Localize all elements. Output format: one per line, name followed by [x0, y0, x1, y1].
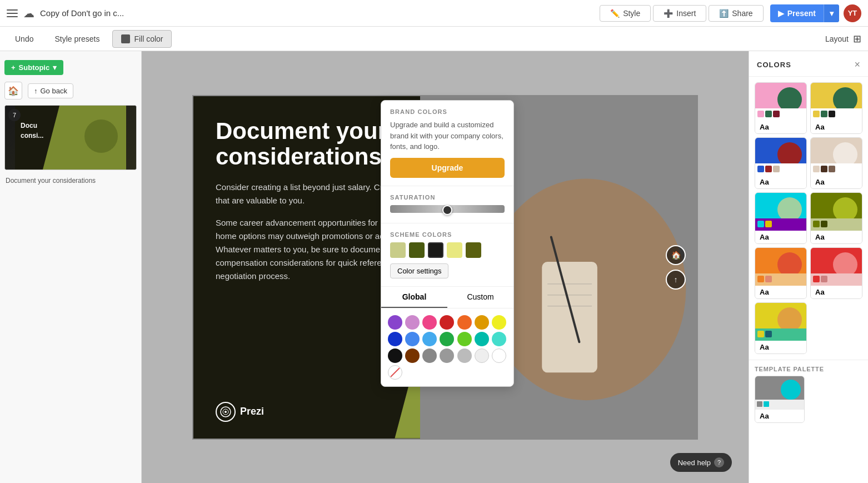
svg-text:consi...: consi...	[21, 132, 43, 140]
layout-icon[interactable]: ⊞	[853, 33, 861, 45]
template-palette-section: TEMPLATE PALETTE Aa	[749, 360, 868, 429]
color-red[interactable]	[440, 315, 454, 330]
colors-grid	[381, 308, 513, 386]
slide-label: Document your considerations	[4, 175, 137, 187]
top-bar-left: ☁ Copy of Don't go in c...	[7, 7, 593, 20]
scheme-swatch-1[interactable]	[390, 242, 406, 258]
color-light-blue[interactable]	[422, 332, 437, 346]
color-theme-2[interactable]: Aa	[810, 82, 862, 134]
go-back-button[interactable]: ↑ Go back	[28, 83, 73, 98]
global-tab[interactable]: Global	[381, 287, 447, 308]
color-teal[interactable]	[475, 332, 489, 346]
saturation-section: SATURATION	[381, 186, 513, 223]
layout-label: Layout	[825, 34, 849, 43]
color-black[interactable]	[388, 348, 402, 363]
color-theme-9[interactable]: Aa	[755, 302, 807, 354]
saturation-title: SATURATION	[390, 194, 505, 201]
close-colors-panel-button[interactable]: ×	[854, 59, 860, 71]
color-yellow[interactable]	[492, 315, 506, 330]
color-orange[interactable]	[457, 315, 472, 330]
back-arrow-icon: ↑	[34, 87, 38, 95]
fill-color-button[interactable]: Fill color	[112, 30, 171, 48]
color-gray[interactable]	[440, 348, 454, 363]
undo-button[interactable]: Undo	[7, 31, 42, 47]
scheme-swatch-2[interactable]	[409, 242, 425, 258]
color-theme-7[interactable]: Aa	[755, 247, 807, 299]
style-tab[interactable]: ✏️ Style	[600, 5, 651, 22]
subtopic-dropdown-arrow[interactable]: ▾	[53, 63, 57, 72]
saturation-slider[interactable]	[390, 205, 505, 215]
color-dark-gray[interactable]	[422, 348, 437, 363]
svg-text:Docu: Docu	[21, 122, 37, 130]
present-dropdown-arrow[interactable]: ▾	[824, 4, 839, 22]
custom-tab[interactable]: Custom	[447, 287, 513, 308]
color-light-green[interactable]	[457, 332, 472, 346]
slide-number-badge: 7	[8, 109, 21, 121]
doc-title: Copy of Don't go in c...	[40, 8, 124, 18]
svg-point-5	[84, 119, 118, 153]
color-green[interactable]	[440, 332, 454, 346]
share-icon: ⬆️	[719, 9, 729, 18]
home-button[interactable]: 🏠	[4, 82, 22, 99]
color-light-gray[interactable]	[475, 348, 489, 363]
color-fill-popup: BRAND COLORS Upgrade and build a customi…	[381, 100, 514, 387]
next-nav-dot[interactable]: ↑	[666, 270, 686, 290]
scheme-swatch-5[interactable]	[466, 242, 481, 258]
color-cyan[interactable]	[492, 332, 506, 346]
present-label: Present	[787, 9, 816, 18]
top-bar-center: ✏️ Style ➕ Insert ⬆️ Share	[600, 5, 764, 22]
template-palette-swatch[interactable]: Aa	[755, 376, 805, 423]
help-icon: ?	[714, 457, 724, 467]
layout-area: Layout ⊞	[825, 33, 861, 45]
scheme-colors-section: SCHEME COLORS Color settings	[381, 223, 513, 287]
color-theme-5[interactable]: Aa	[755, 192, 807, 244]
play-icon: ▶	[778, 9, 784, 18]
global-custom-tabs: Global Custom	[381, 287, 513, 308]
style-icon: ✏️	[610, 9, 620, 18]
color-theme-1[interactable]: Aa	[755, 82, 807, 134]
color-amber[interactable]	[475, 315, 489, 330]
subtopic-button[interactable]: + Subtopic ▾	[4, 60, 63, 75]
svg-point-15	[225, 411, 227, 413]
svg-line-16	[391, 368, 400, 377]
color-theme-3[interactable]: Aa	[755, 137, 807, 189]
colors-panel-header: COLORS ×	[749, 51, 868, 77]
color-light-purple[interactable]	[405, 315, 420, 330]
prezi-logo-circle	[216, 402, 236, 422]
prezi-logo-text: Prezi	[240, 406, 264, 417]
color-theme-8[interactable]: Aa	[810, 247, 862, 299]
scheme-swatch-4[interactable]	[447, 242, 462, 258]
color-swatches-grid: Aa Aa	[749, 77, 868, 360]
color-blue[interactable]	[405, 332, 420, 346]
color-purple[interactable]	[388, 315, 402, 330]
need-help-button[interactable]: Need help ?	[670, 453, 732, 472]
plus-icon: +	[11, 63, 16, 72]
slide-thumbnail[interactable]: Docu consi... 7	[4, 105, 137, 170]
present-button[interactable]: ▶ Present ▾	[770, 4, 839, 22]
color-settings-button[interactable]: Color settings	[390, 263, 448, 278]
home-nav-dot[interactable]: 🏠	[666, 245, 686, 265]
color-brown[interactable]	[405, 348, 420, 363]
color-white[interactable]	[492, 348, 506, 363]
color-theme-4[interactable]: Aa	[810, 137, 862, 189]
color-pink[interactable]	[422, 315, 437, 330]
svg-rect-0	[121, 34, 130, 43]
color-none[interactable]	[388, 365, 402, 380]
hamburger-menu-icon[interactable]	[7, 8, 18, 19]
color-theme-6[interactable]: Aa	[810, 192, 862, 244]
color-mid-gray[interactable]	[457, 348, 472, 363]
colors-panel: COLORS × Aa	[749, 51, 868, 483]
insert-tab[interactable]: ➕ Insert	[653, 5, 706, 22]
style-presets-button[interactable]: Style presets	[46, 31, 108, 47]
slide-thumb-image: Docu consi...	[5, 106, 136, 170]
color-dark-blue[interactable]	[388, 332, 402, 346]
share-tab[interactable]: ⬆️ Share	[709, 5, 763, 22]
upgrade-button[interactable]: Upgrade	[390, 158, 505, 178]
brand-colors-desc: Upgrade and build a customized brand kit…	[390, 119, 505, 152]
scheme-swatch-3[interactable]	[428, 242, 443, 258]
sidebar-nav: 🏠 ↑ Go back	[4, 79, 137, 105]
top-bar: ☁ Copy of Don't go in c... ✏️ Style ➕ In…	[0, 0, 868, 27]
slide-navigation: 🏠 ↑	[666, 245, 686, 290]
colors-panel-title: COLORS	[757, 61, 791, 69]
avatar[interactable]: YT	[844, 4, 861, 22]
